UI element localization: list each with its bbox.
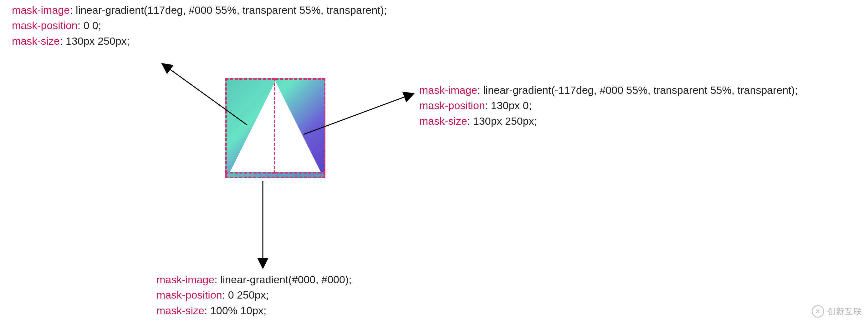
css-prop: mask-image [12,4,70,16]
css-value: linear-gradient(117deg, #000 55%, transp… [76,4,387,16]
watermark-logo-icon: ✕ [812,305,824,318]
css-value: 0 250px; [228,289,269,301]
mask-diagram [225,78,326,178]
css-value: 100% 10px; [210,304,267,316]
css-prop: mask-size [12,35,60,47]
css-block-top-left: mask-image: linear-gradient(117deg, #000… [12,2,387,49]
css-value: 130px 250px; [66,35,129,47]
css-value: linear-gradient(#000, #000); [220,273,352,285]
css-prop: mask-position [419,99,485,111]
css-value: 130px 250px; [473,115,537,127]
mask-diagram-svg [225,78,326,178]
css-value: 0 0; [84,20,101,31]
css-block-top-right: mask-image: linear-gradient(-117deg, #00… [419,83,798,129]
svg-rect-2 [225,172,326,178]
css-prop: mask-size [156,304,204,316]
css-prop: mask-image [419,84,477,96]
watermark-text: 创新互联 [827,306,862,317]
css-value: linear-gradient(-117deg, #000 55%, trans… [483,84,798,96]
watermark: ✕ 创新互联 [812,305,862,318]
css-prop: mask-image [156,273,214,285]
css-prop: mask-position [12,20,78,31]
css-prop: mask-size [419,115,467,127]
css-value: 130px 0; [491,99,532,111]
css-block-bottom-lines: mask-image: linear-gradient(#000, #000);… [156,272,354,318]
css-prop: mask-position [156,289,222,301]
